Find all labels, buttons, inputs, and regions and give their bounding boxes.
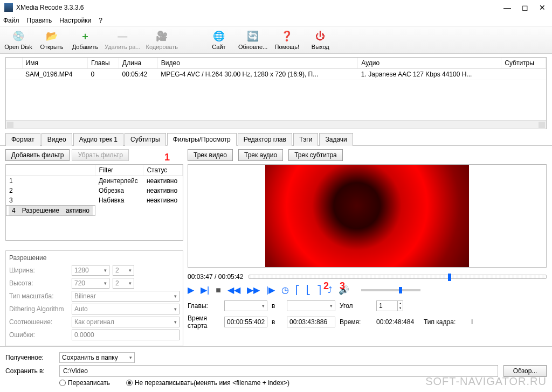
- open-disk-button[interactable]: 💿Open Disk: [4, 30, 32, 50]
- minimize-button[interactable]: —: [503, 3, 511, 12]
- tab-audio1[interactable]: Аудио трек 1: [73, 133, 123, 146]
- menu-settings[interactable]: Настройки: [59, 17, 91, 24]
- filter-row[interactable]: 3Набивканеактивно: [6, 195, 183, 205]
- export-icon[interactable]: ⤴: [328, 285, 332, 295]
- received-select[interactable]: Сохранить в папку▾: [59, 352, 135, 363]
- file-list-panel: Имя Главы Длина Видео Аудио Субтитры SAM…: [5, 57, 547, 129]
- step-icon[interactable]: |▶: [266, 285, 275, 295]
- open-button[interactable]: 📂Открыть: [38, 30, 66, 50]
- menubar: Файл Править Настройки ?: [0, 15, 552, 26]
- preview-image: [265, 165, 469, 267]
- resolution-panel: Разрешение Ширина:1280▾2▾ Высота:720▾2▾ …: [5, 250, 183, 346]
- start-time-field[interactable]: 00:00:55:402: [224, 317, 267, 327]
- maximize-button[interactable]: ◻: [522, 3, 528, 12]
- toolbar: 💿Open Disk 📂Открыть ＋Добавить —Удалить р…: [0, 26, 552, 54]
- mark-out-icon[interactable]: ⎤: [317, 285, 321, 295]
- remove-button[interactable]: —Удалить ра...: [105, 30, 140, 50]
- tab-format[interactable]: Формат: [5, 133, 40, 146]
- globe-icon: 🌐: [212, 30, 225, 43]
- width-step-select[interactable]: 2▾: [113, 265, 134, 276]
- overwrite-radio[interactable]: Перезаписать: [59, 379, 110, 387]
- remove-filter-button[interactable]: Убрать фильтр: [72, 149, 128, 161]
- filter-row[interactable]: 4Разрешениеактивно: [6, 205, 95, 216]
- folder-open-icon: 📂: [45, 30, 58, 43]
- end-time-field[interactable]: 00:03:43:886: [287, 317, 335, 327]
- app-icon: [4, 3, 13, 12]
- tab-tags[interactable]: Тэги: [293, 133, 319, 146]
- errors-field[interactable]: 0.0000: [72, 330, 180, 340]
- camera-icon: 🎥: [155, 30, 168, 43]
- site-button[interactable]: 🌐Сайт: [205, 30, 233, 50]
- browse-button[interactable]: Обзор...: [503, 365, 547, 377]
- help-icon: ❓: [280, 30, 293, 43]
- col-name[interactable]: Имя: [22, 58, 88, 69]
- bottom-panel: Полученное: Сохранить в папку▾ Сохранить…: [0, 346, 552, 392]
- col-subs[interactable]: Субтитры: [501, 58, 546, 69]
- angle-stepper[interactable]: 1▴▾: [376, 300, 419, 311]
- disc-icon: 💿: [12, 30, 25, 43]
- col-video[interactable]: Видео: [157, 58, 358, 69]
- tabs: Формат Видео Аудио трек 1 Субтитры Фильт…: [0, 132, 552, 146]
- ratio-select[interactable]: Как оригинал▾: [72, 317, 180, 327]
- menu-help[interactable]: ?: [99, 17, 102, 24]
- next-icon[interactable]: ▶|: [201, 285, 209, 295]
- height-step-select[interactable]: 2▾: [113, 278, 134, 289]
- width-select[interactable]: 1280▾: [72, 265, 109, 276]
- refresh-icon: 🔄: [246, 30, 259, 43]
- horizontal-scrollbar[interactable]: [6, 120, 546, 129]
- tab-tasks[interactable]: Задачи: [319, 133, 353, 146]
- filter-table[interactable]: FilterСтатус 1Деинтерлейснеактивно 2Обре…: [6, 165, 183, 216]
- duration-value: 00:02:48:484: [376, 318, 419, 326]
- close-button[interactable]: ✕: [539, 3, 546, 12]
- exit-button[interactable]: ⏻Выход: [306, 30, 334, 50]
- col-audio[interactable]: Аудио: [358, 58, 501, 69]
- tab-filters[interactable]: Фильтры/Просмотр: [167, 133, 237, 146]
- table-row[interactable]: SAM_0196.MP4 0 00:05:42 MPEG-4 AVC / H.2…: [6, 69, 546, 80]
- volume-icon[interactable]: 🔊: [339, 285, 349, 295]
- updates-button[interactable]: 🔄Обновле...: [238, 30, 267, 50]
- rewind-icon[interactable]: ◀◀: [227, 285, 240, 295]
- chapter-to-select[interactable]: ▾: [287, 300, 335, 311]
- encode-button[interactable]: 🎥Кодировать: [146, 30, 177, 50]
- clock-icon[interactable]: ◷: [281, 285, 289, 295]
- resolution-header: Разрешение: [9, 254, 180, 262]
- scale-select[interactable]: Bilinear▾: [72, 291, 180, 302]
- add-filter-button[interactable]: Добавить фильтр: [5, 149, 70, 161]
- player-controls: ▶ ▶| ■ ◀◀ ▶▶ |▶ ◷ ⎡ ⎣ ⎤ ⤴ 🔊: [188, 285, 547, 295]
- col-chapters[interactable]: Главы: [88, 58, 119, 69]
- minus-icon: —: [116, 30, 129, 43]
- tab-video[interactable]: Видео: [42, 133, 72, 146]
- video-track-button[interactable]: Трек видео: [188, 149, 233, 161]
- file-table[interactable]: Имя Главы Длина Видео Аудио Субтитры SAM…: [6, 58, 546, 80]
- col-length[interactable]: Длина: [119, 58, 158, 69]
- forward-icon[interactable]: ▶▶: [247, 285, 260, 295]
- subtitle-track-button[interactable]: Трек субтитра: [288, 149, 343, 161]
- window-title: XMedia Recode 3.3.3.6: [16, 4, 503, 11]
- plus-icon: ＋: [79, 30, 92, 43]
- stop-icon[interactable]: ■: [216, 285, 221, 295]
- titlebar: XMedia Recode 3.3.3.6 — ◻ ✕: [0, 0, 552, 15]
- dither-select[interactable]: Auto▾: [72, 304, 180, 314]
- no-overwrite-radio[interactable]: Не перезаписывать(менять имя <filename +…: [126, 379, 289, 387]
- tab-chapters[interactable]: Редактор глав: [238, 133, 292, 146]
- menu-edit[interactable]: Править: [27, 17, 52, 24]
- play-icon[interactable]: ▶: [188, 285, 194, 295]
- audio-track-button[interactable]: Трек аудио: [238, 149, 283, 161]
- preview-pane: [188, 164, 547, 268]
- add-button[interactable]: ＋Добавить: [71, 30, 99, 50]
- time-display: 00:03:47 / 00:05:42: [188, 273, 243, 281]
- volume-slider[interactable]: [361, 289, 420, 291]
- filter-row[interactable]: 2Обрезканеактивно: [6, 186, 183, 195]
- filter-row[interactable]: 1Деинтерлейснеактивно: [6, 176, 183, 186]
- seek-slider[interactable]: [249, 275, 547, 279]
- power-icon: ⏻: [314, 30, 327, 43]
- frame-type-value: I: [471, 318, 487, 326]
- menu-file[interactable]: Файл: [3, 17, 19, 24]
- mark-in-icon[interactable]: ⎡: [295, 285, 300, 295]
- mark-a-icon[interactable]: ⎣: [306, 285, 310, 295]
- tab-subtitles[interactable]: Субтитры: [125, 133, 166, 146]
- save-path-field[interactable]: C:\Video: [59, 365, 498, 377]
- help-button[interactable]: ❓Помощь!: [273, 30, 301, 50]
- chapter-from-select[interactable]: ▾: [224, 300, 267, 311]
- height-select[interactable]: 720▾: [72, 278, 109, 289]
